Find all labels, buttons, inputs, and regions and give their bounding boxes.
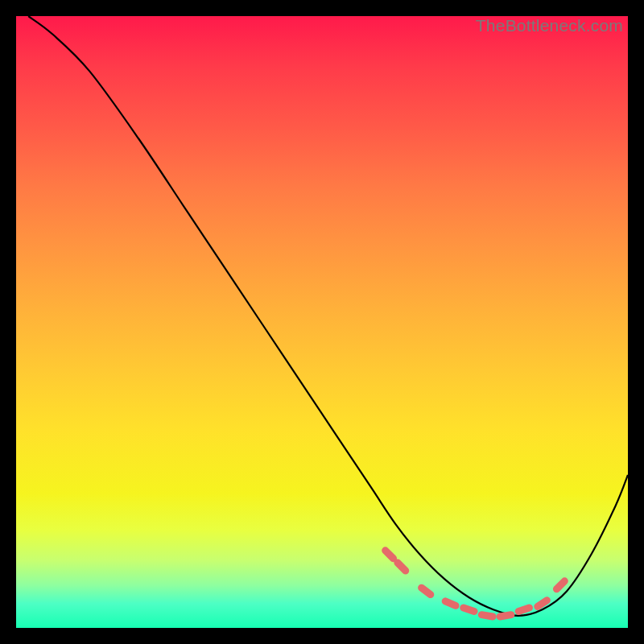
bottleneck-curve — [28, 16, 628, 616]
watermark-text: TheBottleneck.com — [476, 16, 623, 35]
markers-group — [386, 551, 565, 617]
chart-svg — [16, 16, 628, 628]
marker-dash — [445, 601, 456, 606]
marker-dash — [464, 608, 474, 611]
marker-dash — [556, 581, 564, 589]
marker-dash — [538, 601, 547, 607]
curve-line — [28, 16, 628, 616]
marker-dash — [398, 563, 406, 571]
marker-dash — [518, 608, 529, 611]
marker-dash — [386, 551, 394, 559]
plot-area: TheBottleneck.com — [16, 16, 628, 628]
marker-dash — [481, 615, 493, 617]
marker-dash — [422, 588, 431, 594]
chart-container: TheBottleneck.com — [0, 0, 644, 644]
marker-dash — [500, 615, 511, 617]
